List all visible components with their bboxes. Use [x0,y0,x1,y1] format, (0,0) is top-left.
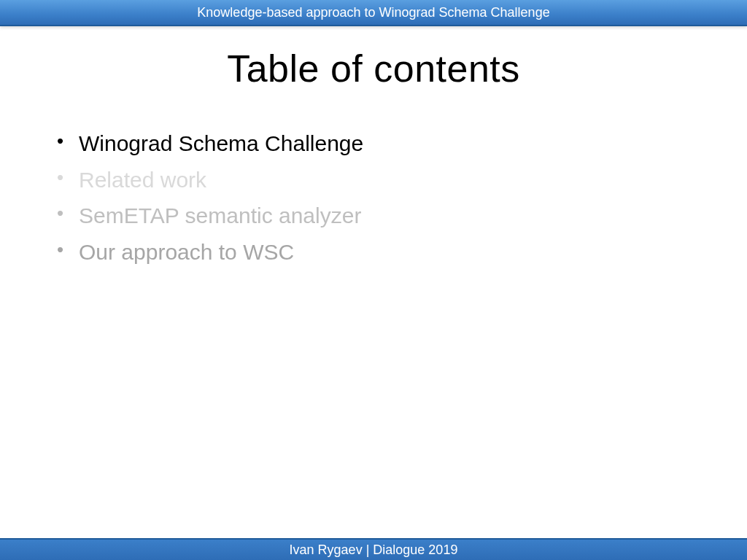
toc-item: Winograd Schema Challenge [53,125,747,162]
toc-list: Winograd Schema Challenge Related work S… [53,125,747,270]
toc-item: Related work [53,162,747,198]
slide-title: Table of contents [0,47,747,90]
toc-item: SemETAP semantic analyzer [53,198,747,234]
toc-item: Our approach to WSC [53,234,747,271]
slide-content: Winograd Schema Challenge Related work S… [53,125,747,270]
slide: Knowledge-based approach to Winograd Sch… [0,0,747,560]
presentation-header: Knowledge-based approach to Winograd Sch… [0,0,747,26]
presentation-footer: Ivan Rygaev | Dialogue 2019 [0,538,747,560]
